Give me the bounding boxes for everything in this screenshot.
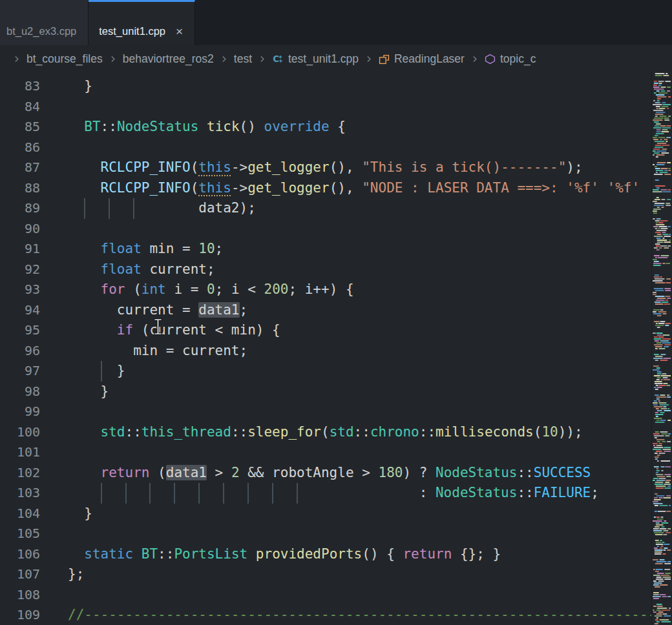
breadcrumb-item-bt_course_files[interactable]: bt_course_files [26,52,103,66]
code-line: 95 if (current < min) { [0,320,672,341]
line-number: 89 [0,198,40,219]
indent-guide [272,483,273,504]
breadcrumb-label: behaviortree_ros2 [123,52,214,66]
indent-guide [109,198,110,219]
line-number: 94 [0,300,40,321]
code-text[interactable]: if (current < min) { [40,320,672,341]
tab-bt_u2_ex3.cpp[interactable]: bt_u2_ex3.cpp [0,0,89,45]
code-line: 100 std::this_thread::sleep_for(std::chr… [0,422,672,443]
code-lines: 83 }8485 BT::NodeStatus tick() override … [0,72,672,625]
code-line: 98 } [0,382,672,402]
code-text[interactable]: //--------------------------------------… [40,605,672,625]
code-line: 106 static BT::PortsList providedPorts()… [0,544,672,565]
code-text[interactable]: float min = 10; [40,239,672,260]
code-line: 92 float current; [0,260,672,280]
line-number: 97 [0,361,40,382]
code-line: 96 min = current; [0,341,672,362]
line-number: 107 [0,564,40,585]
breadcrumb-label: test_unit1.cpp [288,52,359,66]
code-text[interactable]: RCLCPP_INFO(this->get_logger(), "This is… [40,158,672,178]
minimap[interactable] [651,72,672,625]
indent-guide [198,483,200,504]
code-editor[interactable]: 83 }8485 BT::NodeStatus tick() override … [0,72,672,625]
line-number: 98 [0,382,40,402]
code-text[interactable] [40,97,672,118]
code-text[interactable]: min = current; [40,341,672,362]
chevron-right-icon [470,55,479,63]
line-number: 104 [0,504,40,524]
indent-guide [133,198,134,219]
code-text[interactable]: for (int i = 0; i < 200; i++) { [40,280,672,300]
code-text[interactable]: RCLCPP_INFO(this->get_logger(), "NODE : … [40,178,672,199]
code-line: 90 [0,219,672,240]
breadcrumb-label: bt_course_files [26,52,103,66]
breadcrumb-item-behaviortree_ros2[interactable]: behaviortree_ros2 [123,52,214,66]
code-line: 88 RCLCPP_INFO(this->get_logger(), "NODE… [0,178,672,199]
line-number: 86 [0,138,40,158]
code-text[interactable]: current = data1; [40,300,672,321]
code-text[interactable] [40,585,672,606]
line-number: 83 [0,76,40,97]
code-line: 102 return (data1 > 2 && robotAngle > 18… [0,463,672,484]
indent-guide [84,198,85,219]
code-line: 109//-----------------------------------… [0,605,672,625]
indent-guide [223,483,224,504]
code-text[interactable] [40,442,672,463]
chevron-right-icon [364,55,373,63]
breadcrumb-label: test [234,52,252,66]
code-line: 99 [0,402,672,422]
line-number: 85 [0,117,40,138]
file-cpp-icon: C [272,53,284,65]
code-line: 84 [0,97,672,118]
line-number: 102 [0,463,40,484]
indent-guide [174,483,175,504]
tab-label: test_unit1.cpp [99,25,165,37]
indent-guide [297,483,298,504]
breadcrumb-label: topic_c [500,52,536,66]
code-line: 105 [0,524,672,544]
line-number: 95 [0,320,40,341]
code-line: 93 for (int i = 0; i < 200; i++) { [0,280,672,300]
line-number: 88 [0,178,40,199]
vscode-window: bt_u2_ex3.cpptest_unit1.cpp× bt_course_f… [0,0,672,625]
indent-guide [101,483,102,504]
code-text[interactable]: float current; [40,260,672,280]
line-number: 84 [0,97,40,118]
code-text[interactable] [40,138,672,158]
code-text[interactable]: } [40,361,672,382]
code-line: 94 current = data1; [0,300,672,321]
indent-guide [149,483,151,504]
code-text[interactable] [40,402,672,422]
code-text[interactable]: } [40,382,672,402]
breadcrumb-item-ReadingLaser[interactable]: ReadingLaser [379,52,465,66]
code-line: 103 : NodeStatus::FAILURE; [0,483,672,504]
tab-test_unit1.cpp[interactable]: test_unit1.cpp× [89,0,195,45]
code-line: 87 RCLCPP_INFO(this->get_logger(), "This… [0,158,672,178]
code-text[interactable]: : NodeStatus::FAILURE; [40,483,672,504]
code-line: 101 [0,442,672,463]
breadcrumb-item-test_unit1.cpp[interactable]: Ctest_unit1.cpp [272,52,359,66]
chevron-right-icon [220,55,228,63]
code-line: 107}; [0,564,672,585]
code-text[interactable]: }; [40,564,672,585]
code-text[interactable]: return (data1 > 2 && robotAngle > 180) ?… [40,463,672,484]
code-text[interactable]: } [40,76,672,97]
code-text[interactable]: std::this_thread::sleep_for(std::chrono:… [40,422,672,443]
tab-close-button[interactable]: × [176,25,183,37]
code-text[interactable]: data2); [40,198,672,219]
code-text[interactable]: static BT::PortsList providedPorts() { r… [40,544,672,565]
code-text[interactable] [40,219,672,240]
breadcrumb-item-topic_c[interactable]: topic_c [485,52,536,66]
code-text[interactable]: } [40,504,672,524]
line-number: 93 [0,280,40,300]
line-number: 108 [0,585,40,606]
chevron-right-icon [12,55,21,63]
indent-guide [247,483,249,504]
symbol-class-icon [379,54,390,65]
line-number: 109 [0,605,40,625]
code-text[interactable]: BT::NodeStatus tick() override { [40,117,672,138]
breadcrumb-item-test[interactable]: test [234,52,252,66]
code-text[interactable] [40,524,672,544]
line-number: 92 [0,260,40,280]
code-line: 85 BT::NodeStatus tick() override { [0,117,672,138]
